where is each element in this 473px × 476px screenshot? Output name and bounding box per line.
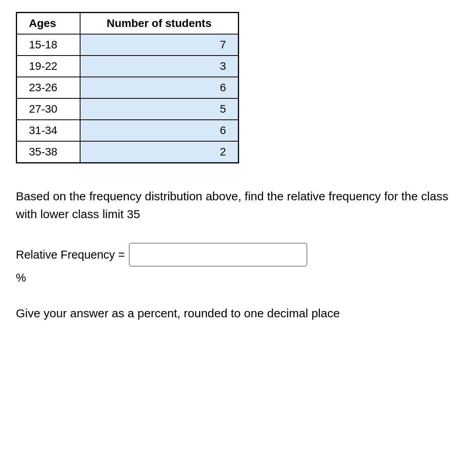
ages-column-header: Ages: [17, 13, 80, 35]
students-cell: 7: [80, 34, 239, 56]
age-cell: 27-30: [17, 98, 80, 120]
table-row: 23-266: [17, 77, 239, 98]
students-cell: 6: [80, 77, 239, 98]
age-cell: 15-18: [17, 34, 80, 56]
table-row: 15-187: [17, 34, 239, 56]
students-cell: 3: [80, 56, 239, 77]
frequency-table-container: Ages Number of students 15-18719-22323-2…: [16, 12, 457, 163]
question-text: Based on the frequency distribution abov…: [16, 187, 457, 223]
answer-row: Relative Frequency =: [16, 243, 457, 267]
percent-label: %: [16, 271, 457, 284]
students-column-header: Number of students: [80, 13, 239, 35]
table-row: 19-223: [17, 56, 239, 77]
table-row: 27-305: [17, 98, 239, 120]
students-cell: 2: [80, 141, 239, 163]
age-cell: 35-38: [17, 141, 80, 163]
students-cell: 6: [80, 120, 239, 141]
students-cell: 5: [80, 98, 239, 120]
age-cell: 19-22: [17, 56, 80, 77]
footer-text: Give your answer as a percent, rounded t…: [16, 304, 457, 322]
relative-frequency-label: Relative Frequency =: [16, 248, 125, 261]
table-row: 35-382: [17, 141, 239, 163]
table-row: 31-346: [17, 120, 239, 141]
frequency-table: Ages Number of students 15-18719-22323-2…: [16, 12, 239, 163]
relative-frequency-input[interactable]: [129, 243, 307, 267]
age-cell: 23-26: [17, 77, 80, 98]
age-cell: 31-34: [17, 120, 80, 141]
